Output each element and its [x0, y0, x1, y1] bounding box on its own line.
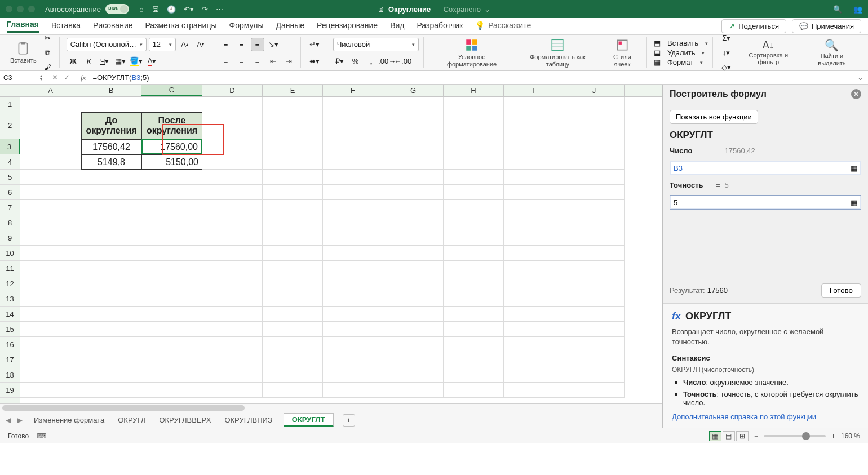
row-header[interactable]: 14: [0, 307, 20, 322]
row-header[interactable]: 3: [0, 139, 20, 154]
more-icon[interactable]: ⋯: [216, 5, 223, 14]
row-header[interactable]: 15: [0, 322, 20, 337]
row-header[interactable]: 7: [0, 200, 20, 215]
border-button[interactable]: ▦▾: [114, 55, 127, 68]
col-header-A[interactable]: A: [20, 85, 81, 96]
window-controls[interactable]: [6, 6, 35, 12]
row-header[interactable]: 8: [0, 215, 20, 230]
range-picker-icon[interactable]: ▦: [851, 198, 857, 207]
col-header-G[interactable]: G: [383, 85, 444, 96]
spreadsheet-grid[interactable]: До округления После округления 17560,42 …: [20, 97, 662, 403]
col-header-D[interactable]: D: [202, 85, 263, 96]
select-all-cell[interactable]: [0, 85, 20, 96]
arg1-input[interactable]: B3 ▦: [670, 161, 861, 175]
decrease-decimal-button[interactable]: ←.00: [396, 55, 410, 68]
number-format-select[interactable]: Числовой▾: [333, 38, 419, 51]
done-button[interactable]: Готово: [821, 283, 861, 298]
row-header[interactable]: 2: [0, 112, 20, 139]
align-middle-button[interactable]: ≡: [235, 38, 249, 51]
accept-formula-icon[interactable]: ✓: [64, 73, 70, 82]
zoom-slider[interactable]: [764, 435, 826, 437]
share-people-icon[interactable]: 👥: [853, 5, 862, 14]
align-bottom-button[interactable]: ≡: [251, 38, 264, 51]
tab-draw[interactable]: Рисование: [93, 21, 133, 32]
col-header-H[interactable]: H: [444, 85, 504, 96]
thousands-button[interactable]: ,: [365, 55, 378, 68]
accessibility-icon[interactable]: ⌨: [37, 432, 46, 440]
arg2-input[interactable]: 5 ▦: [670, 195, 861, 210]
autosum-button[interactable]: Σ▾: [720, 32, 733, 45]
cell-C4[interactable]: 5150,00: [141, 154, 202, 170]
undo-icon[interactable]: ↶▾: [184, 5, 194, 14]
sort-filter-button[interactable]: A↓ Сортировка и фильтр: [736, 40, 801, 66]
row-header[interactable]: 1: [0, 97, 20, 112]
maximize-window-icon[interactable]: [28, 6, 35, 12]
cell-B3[interactable]: 17560,42: [81, 139, 141, 154]
zoom-out-button[interactable]: −: [754, 432, 758, 440]
tab-view[interactable]: Вид: [390, 21, 404, 32]
align-top-button[interactable]: ≡: [219, 38, 233, 51]
col-header-E[interactable]: E: [263, 85, 323, 96]
fx-icon[interactable]: fx: [76, 73, 90, 82]
decrease-indent-button[interactable]: ⇤: [267, 55, 280, 68]
increase-indent-button[interactable]: ⇥: [282, 55, 296, 68]
align-left-button[interactable]: ≡: [219, 55, 233, 68]
cell-C3[interactable]: 17560,00: [141, 139, 202, 154]
formula-input[interactable]: =ОКРУГЛТ(B3;5): [90, 73, 853, 82]
tell-me[interactable]: 💡 Расскажите: [475, 21, 531, 32]
prev-sheet-icon[interactable]: ◀: [6, 416, 11, 424]
zoom-level[interactable]: 160 %: [841, 432, 860, 440]
row-header[interactable]: 16: [0, 337, 20, 352]
delete-cells-button[interactable]: ⬓ Удалить ▾: [654, 48, 707, 57]
font-name-select[interactable]: Calibri (Основной…▾: [67, 38, 147, 51]
underline-button[interactable]: Ч▾: [98, 55, 112, 68]
row-header[interactable]: 4: [0, 154, 20, 170]
row-header[interactable]: 17: [0, 352, 20, 367]
row-header[interactable]: 18: [0, 367, 20, 383]
bold-button[interactable]: Ж: [67, 55, 80, 68]
row-header[interactable]: 13: [0, 291, 20, 307]
range-picker-icon[interactable]: ▦: [851, 164, 857, 172]
normal-view-button[interactable]: ▦: [709, 431, 721, 441]
increase-font-button[interactable]: A▴: [178, 38, 192, 51]
col-header-I[interactable]: I: [504, 85, 564, 96]
italic-button[interactable]: К: [82, 55, 96, 68]
align-right-button[interactable]: ≡: [251, 55, 264, 68]
row-header[interactable]: 11: [0, 261, 20, 276]
help-link[interactable]: Дополнительная справка по этой функции: [672, 412, 859, 421]
home-icon[interactable]: ⌂: [139, 5, 144, 14]
next-sheet-icon[interactable]: ▶: [17, 416, 23, 424]
sheet-tab[interactable]: ОКРУГЛВНИЗ: [222, 416, 274, 424]
comments-button[interactable]: 💬 Примечания: [792, 19, 861, 33]
format-cells-button[interactable]: ▦ Формат ▾: [654, 58, 707, 66]
row-header[interactable]: 6: [0, 185, 20, 200]
cancel-formula-icon[interactable]: ✕: [52, 73, 58, 82]
show-all-functions-button[interactable]: Показать все функции: [670, 110, 758, 124]
sheet-tab[interactable]: ОКРУГЛВВЕРХ: [157, 416, 213, 424]
row-header[interactable]: 9: [0, 230, 20, 246]
row-header[interactable]: 5: [0, 170, 20, 185]
merge-cells-button[interactable]: ⬌▾: [308, 55, 321, 68]
percent-button[interactable]: %: [349, 55, 362, 68]
wrap-text-button[interactable]: ↵▾: [308, 38, 321, 51]
autosave-toggle[interactable]: вкл.: [105, 4, 129, 14]
currency-button[interactable]: ₽▾: [333, 55, 347, 68]
close-panel-button[interactable]: ✕: [851, 89, 861, 99]
tab-data[interactable]: Данные: [276, 21, 304, 32]
cut-button[interactable]: ✂: [41, 32, 55, 45]
add-sheet-button[interactable]: +: [343, 414, 355, 427]
col-header-F[interactable]: F: [323, 85, 383, 96]
minimize-window-icon[interactable]: [17, 6, 24, 12]
name-box[interactable]: C3 ▴▾: [0, 71, 46, 84]
search-icon[interactable]: 🔍: [833, 5, 842, 14]
history-icon[interactable]: 🕘: [167, 5, 176, 14]
copy-button[interactable]: ⧉: [41, 46, 55, 60]
redo-icon[interactable]: ↷: [202, 5, 208, 14]
align-center-button[interactable]: ≡: [235, 55, 249, 68]
page-layout-button[interactable]: ▤: [723, 431, 735, 441]
col-header-C[interactable]: C: [141, 85, 202, 96]
sheet-tab[interactable]: Изменение формата: [32, 416, 107, 424]
tab-developer[interactable]: Разработчик: [417, 21, 463, 32]
format-as-table-button[interactable]: Форматировать как таблицу: [515, 38, 600, 67]
cell-B4[interactable]: 5149,8: [81, 154, 141, 170]
